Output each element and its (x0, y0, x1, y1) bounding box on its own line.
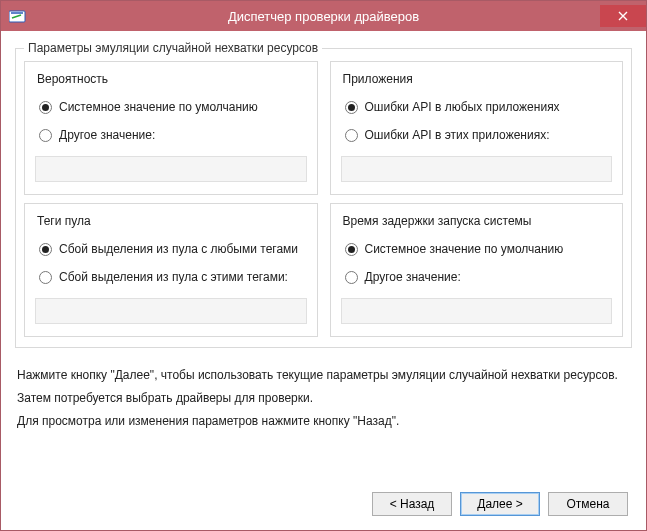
app-icon (9, 9, 27, 23)
pooltags-list-input[interactable] (35, 298, 307, 324)
probability-option-custom[interactable]: Другое значение: (39, 128, 307, 142)
instruction-line-2: Затем потребуется выбрать драйверы для п… (17, 387, 630, 410)
radio-label: Ошибки API в любых приложениях (365, 100, 560, 114)
group-delay-title: Время задержки запуска системы (339, 214, 536, 228)
radio-icon (39, 243, 52, 256)
radio-label: Системное значение по умолчанию (59, 100, 258, 114)
applications-list-input[interactable] (341, 156, 613, 182)
next-button[interactable]: Далее > (460, 492, 540, 516)
radio-label: Другое значение: (365, 270, 461, 284)
window-title: Диспетчер проверки драйверов (1, 9, 646, 24)
applications-option-any[interactable]: Ошибки API в любых приложениях (345, 100, 613, 114)
radio-label: Сбой выделения из пула с любыми тегами (59, 242, 298, 256)
delay-option-default[interactable]: Системное значение по умолчанию (345, 242, 613, 256)
radio-label: Другое значение: (59, 128, 155, 142)
group-delay: Время задержки запуска системы Системное… (330, 203, 624, 337)
delay-option-custom[interactable]: Другое значение: (345, 270, 613, 284)
group-probability-title: Вероятность (33, 72, 112, 86)
group-pooltags-title: Теги пула (33, 214, 95, 228)
group-applications-title: Приложения (339, 72, 417, 86)
close-icon (618, 11, 628, 21)
radio-label: Ошибки API в этих приложениях: (365, 128, 550, 142)
client-area: Параметры эмуляции случайной нехватки ре… (1, 31, 646, 530)
radio-icon (345, 129, 358, 142)
radio-icon (39, 129, 52, 142)
instruction-line-3: Для просмотра или изменения параметров н… (17, 410, 630, 433)
delay-custom-input[interactable] (341, 298, 613, 324)
group-pooltags: Теги пула Сбой выделения из пула с любым… (24, 203, 318, 337)
outer-groupbox: Параметры эмуляции случайной нехватки ре… (15, 41, 632, 348)
instruction-line-1: Нажмите кнопку "Далее", чтобы использова… (17, 364, 630, 387)
probability-option-default[interactable]: Системное значение по умолчанию (39, 100, 307, 114)
radio-icon (345, 243, 358, 256)
group-probability: Вероятность Системное значение по умолча… (24, 61, 318, 195)
pooltags-option-any[interactable]: Сбой выделения из пула с любыми тегами (39, 242, 307, 256)
radio-icon (39, 101, 52, 114)
radio-label: Сбой выделения из пула с этими тегами: (59, 270, 288, 284)
radio-icon (39, 271, 52, 284)
radio-icon (345, 101, 358, 114)
outer-group-legend: Параметры эмуляции случайной нехватки ре… (24, 41, 322, 55)
window-frame: Диспетчер проверки драйверов Параметры э… (0, 0, 647, 531)
radio-icon (345, 271, 358, 284)
titlebar: Диспетчер проверки драйверов (1, 1, 646, 31)
close-button[interactable] (600, 5, 646, 27)
radio-label: Системное значение по умолчанию (365, 242, 564, 256)
probability-custom-input[interactable] (35, 156, 307, 182)
groups-grid: Вероятность Системное значение по умолча… (24, 61, 623, 337)
applications-option-these[interactable]: Ошибки API в этих приложениях: (345, 128, 613, 142)
cancel-button[interactable]: Отмена (548, 492, 628, 516)
pooltags-option-these[interactable]: Сбой выделения из пула с этими тегами: (39, 270, 307, 284)
instructions-block: Нажмите кнопку "Далее", чтобы использова… (17, 364, 630, 432)
group-applications: Приложения Ошибки API в любых приложения… (330, 61, 624, 195)
back-button[interactable]: < Назад (372, 492, 452, 516)
wizard-button-row: < Назад Далее > Отмена (15, 482, 632, 520)
